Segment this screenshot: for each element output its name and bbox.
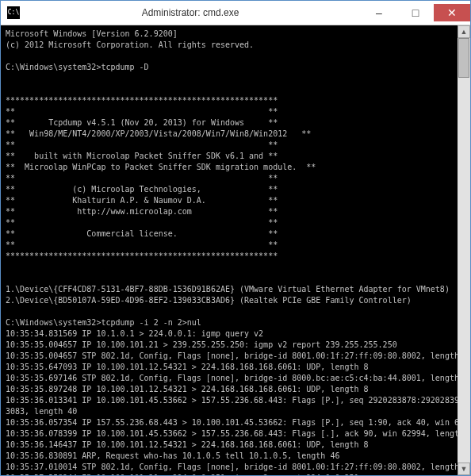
vertical-scrollbar[interactable]: ▲ ▼	[458, 25, 470, 475]
window-title: Administrator: cmd.exe	[20, 7, 361, 18]
scroll-down-button[interactable]: ▼	[458, 463, 470, 475]
scroll-up-button[interactable]: ▲	[458, 25, 470, 38]
window-control-buttons: – □ ✕	[361, 4, 470, 21]
close-button[interactable]: ✕	[434, 4, 470, 21]
minimize-button[interactable]: –	[361, 4, 397, 21]
chevron-up-icon: ▲	[461, 28, 468, 36]
maximize-icon: □	[412, 6, 419, 19]
titlebar[interactable]: C:\ Administrator: cmd.exe – □ ✕	[1, 1, 470, 25]
app-window: C:\ Administrator: cmd.exe – □ ✕ Microso…	[0, 0, 471, 476]
scroll-thumb[interactable]	[458, 38, 469, 78]
maximize-button[interactable]: □	[397, 4, 434, 21]
scroll-track[interactable]	[458, 38, 470, 463]
console-output[interactable]: Microsoft Windows [Version 6.2.9200] (c)…	[1, 25, 458, 475]
close-icon: ✕	[447, 6, 457, 19]
system-menu-icon-text: C:\	[8, 6, 19, 19]
minimize-icon: –	[376, 6, 382, 19]
client-area: Microsoft Windows [Version 6.2.9200] (c)…	[1, 25, 470, 475]
chevron-down-icon: ▼	[461, 465, 468, 473]
system-menu-icon[interactable]: C:\	[7, 6, 20, 19]
